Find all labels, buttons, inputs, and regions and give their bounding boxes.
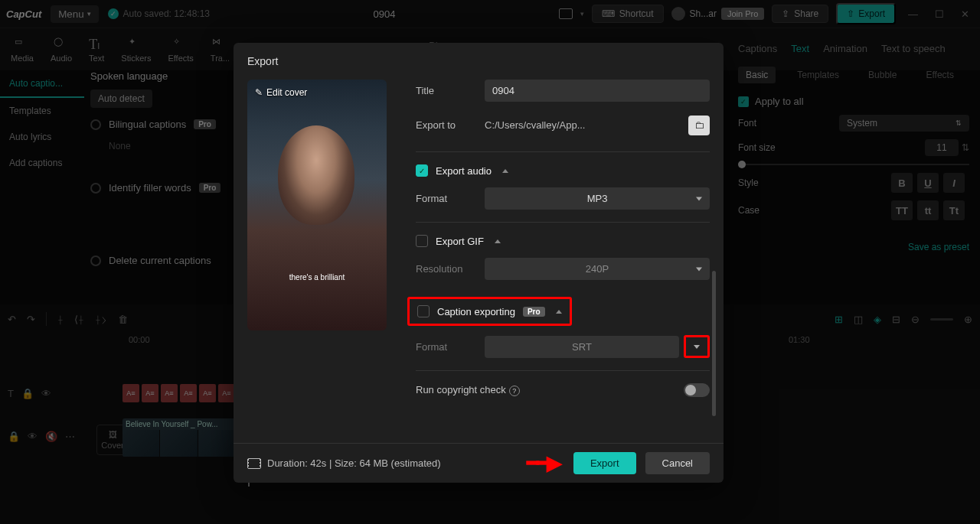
red-arrow-annotation: ━━▶	[527, 451, 560, 475]
help-icon[interactable]: ?	[509, 386, 520, 396]
edit-cover-button[interactable]: ✎Edit cover	[255, 87, 307, 98]
chevron-down-icon[interactable]	[694, 345, 700, 349]
copyright-toggle[interactable]	[684, 383, 710, 397]
cancel-button[interactable]: Cancel	[645, 452, 710, 474]
checkbox-icon[interactable]	[417, 305, 430, 317]
duration-info: Duration: 42s | Size: 64 MB (estimated)	[247, 457, 441, 469]
cover-face-image	[278, 125, 354, 225]
caret-up-icon	[502, 169, 508, 173]
folder-icon: 🗀	[694, 119, 704, 131]
caret-up-icon	[556, 310, 562, 314]
gif-resolution-select[interactable]: 240P	[485, 258, 710, 280]
cover-caption-text: there's a brilliant	[247, 273, 387, 282]
title-label: Title	[416, 85, 485, 96]
caption-exporting-highlight: Caption exporting Pro	[407, 297, 572, 326]
cover-preview: ✎Edit cover there's a brilliant	[247, 80, 387, 330]
chevron-down-icon	[696, 267, 702, 271]
audio-format-label: Format	[416, 193, 485, 204]
export-modal: Export ✎Edit cover there's a brilliant T…	[234, 43, 724, 483]
folder-button[interactable]: 🗀	[688, 116, 710, 135]
modal-scrollbar[interactable]	[712, 271, 716, 416]
caption-format-label: Format	[416, 341, 485, 353]
title-input[interactable]	[485, 80, 710, 102]
copyright-label: Run copyright check?	[416, 384, 520, 396]
export-to-label: Export to	[416, 119, 485, 131]
checkbox-checked-icon: ✓	[416, 164, 428, 177]
pro-badge: Pro	[523, 307, 545, 317]
caret-up-icon	[495, 239, 501, 243]
film-icon	[247, 458, 261, 469]
gif-resolution-label: Resolution	[416, 263, 485, 275]
pencil-icon: ✎	[255, 87, 263, 98]
export-audio-toggle[interactable]: ✓ Export audio	[416, 164, 710, 177]
caption-format-dropdown-highlight	[684, 335, 710, 358]
audio-format-select[interactable]: MP3	[485, 187, 710, 210]
export-gif-toggle[interactable]: Export GIF	[416, 235, 710, 247]
caption-format-value: SRT	[485, 336, 679, 358]
chevron-down-icon	[696, 197, 702, 200]
modal-title: Export	[234, 43, 724, 80]
export-button[interactable]: Export	[573, 452, 636, 474]
checkbox-icon	[416, 235, 428, 247]
export-path: C:/Users/cvalley/App...	[485, 114, 684, 136]
